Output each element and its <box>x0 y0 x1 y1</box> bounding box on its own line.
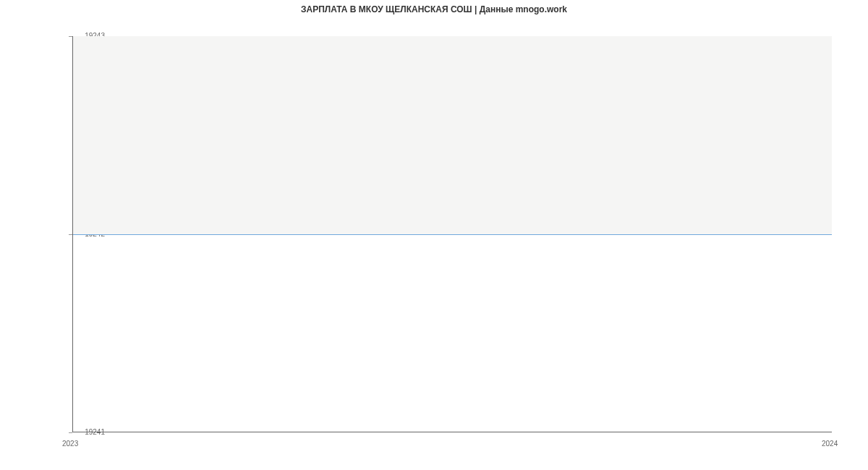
x-tick-label: 2024 <box>822 440 838 448</box>
series-line <box>73 234 832 235</box>
chart-title: ЗАРПЛАТА В МКОУ ЩЕЛКАНСКАЯ СОШ | Данные … <box>0 4 868 14</box>
y-tick-mark <box>69 432 72 433</box>
x-tick-label: 2023 <box>62 440 78 448</box>
plot-area <box>72 36 832 432</box>
area-fill <box>73 36 832 234</box>
